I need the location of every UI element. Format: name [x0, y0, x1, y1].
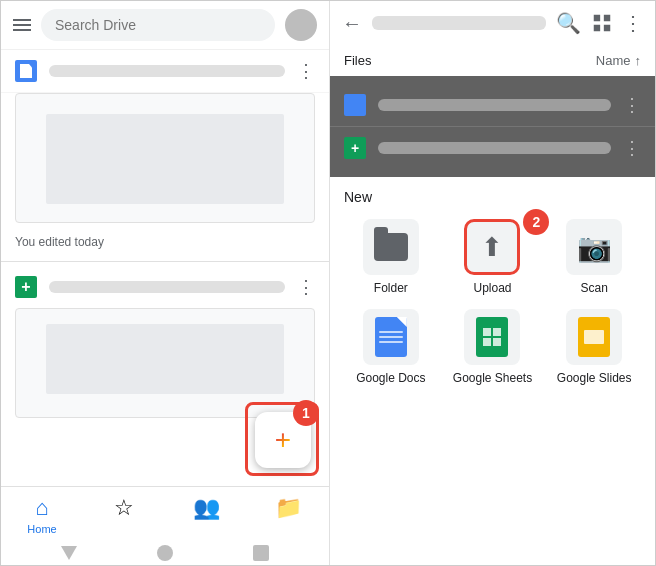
- nav-shared[interactable]: 👥: [165, 495, 247, 535]
- divider: [1, 261, 329, 262]
- google-docs-icon: [375, 317, 407, 357]
- dark-blurred-1: [378, 99, 611, 111]
- action-folder[interactable]: Folder: [344, 219, 438, 295]
- file-item-1[interactable]: ⋮: [1, 50, 329, 93]
- back-arrow[interactable]: ←: [342, 12, 362, 35]
- home-btn[interactable]: [157, 545, 173, 561]
- search-input-container[interactable]: [41, 9, 275, 41]
- upload-arrow-icon: ⬆: [481, 232, 503, 263]
- action-scan[interactable]: 📷 Scan: [547, 219, 641, 295]
- nav-home[interactable]: ⌂ Home: [1, 495, 83, 535]
- gsheets-cell-3: [483, 338, 491, 346]
- name-sort[interactable]: Name ↑: [596, 53, 641, 68]
- step-badge-1: 1: [293, 400, 319, 426]
- dark-file-2[interactable]: + ⋮: [330, 126, 655, 169]
- action-upload[interactable]: ⬆ 2 Upload: [446, 219, 540, 295]
- blurred-filename-2: [49, 281, 285, 293]
- google-sheets-icon-container: [464, 309, 520, 365]
- back-btn[interactable]: [61, 546, 77, 560]
- more-options-header[interactable]: ⋮: [623, 11, 643, 35]
- file-item-2[interactable]: + ⋮: [1, 266, 329, 308]
- gsheets-cell-4: [493, 338, 501, 346]
- step-badge-2: 2: [523, 209, 549, 235]
- bottom-nav: ⌂ Home ☆ 👥 📁: [1, 486, 329, 539]
- thumbnail-card-1[interactable]: [15, 93, 315, 223]
- search-bar: [1, 1, 329, 50]
- hamburger-icon[interactable]: [13, 19, 31, 31]
- folder-icon: [374, 233, 408, 261]
- left-panel: ⋮ You edited today + ⋮ 1 + ⌂ Home ☆: [1, 1, 330, 566]
- nav-home-label: Home: [27, 523, 56, 535]
- gsheets-cell-1: [483, 328, 491, 336]
- fab-plus-icon: +: [275, 424, 291, 456]
- dark-file-1[interactable]: ⋮: [330, 84, 655, 126]
- right-header: ← 🔍 ⋮: [330, 1, 655, 45]
- camera-icon: 📷: [577, 231, 612, 264]
- gdocs-line-3: [379, 341, 403, 343]
- action-google-docs[interactable]: Google Docs: [344, 309, 438, 385]
- blurred-filename-1: [49, 65, 285, 77]
- scan-label: Scan: [580, 281, 607, 295]
- new-label: New: [344, 189, 641, 205]
- dark-doc-icon-1: [344, 94, 366, 116]
- action-google-slides[interactable]: Google Slides: [547, 309, 641, 385]
- dark-doc-icon-2: +: [344, 137, 366, 159]
- more-options-2[interactable]: ⋮: [297, 276, 315, 298]
- gslides-inner: [584, 330, 604, 344]
- files-label: Files: [344, 53, 371, 68]
- gdocs-line-1: [379, 331, 403, 333]
- upload-icon-container: ⬆ 2: [464, 219, 520, 275]
- you-edited-label: You edited today: [1, 227, 329, 257]
- upload-label: Upload: [473, 281, 511, 295]
- files-header: Files Name ↑: [330, 45, 655, 76]
- nav-starred[interactable]: ☆: [83, 495, 165, 535]
- search-input[interactable]: [55, 17, 261, 33]
- dark-more-1[interactable]: ⋮: [623, 94, 641, 116]
- star-icon: ☆: [114, 495, 134, 521]
- gsheets-cell-2: [493, 328, 501, 336]
- recents-btn[interactable]: [253, 545, 269, 561]
- google-sheets-icon: [476, 317, 508, 357]
- gdocs-line-2: [379, 336, 403, 338]
- action-google-sheets[interactable]: Google Sheets: [446, 309, 540, 385]
- google-docs-label: Google Docs: [356, 371, 425, 385]
- google-slides-icon: [578, 317, 610, 357]
- doc-icon-1: [15, 60, 37, 82]
- new-section: New Folder ⬆ 2 Upload: [330, 177, 655, 566]
- right-panel: ← 🔍 ⋮ Files Name ↑ ⋮ + ⋮ New: [330, 1, 655, 566]
- grid-view-icon[interactable]: [591, 12, 613, 34]
- folder-label: Folder: [374, 281, 408, 295]
- thumbnail-inner-1: [46, 114, 284, 204]
- actions-grid: Folder ⬆ 2 Upload 📷 Scan: [344, 219, 641, 385]
- google-docs-icon-container: [363, 309, 419, 365]
- google-slides-label: Google Slides: [557, 371, 632, 385]
- sort-label: Name: [596, 53, 631, 68]
- folder-nav-icon: 📁: [275, 495, 302, 521]
- search-icon-header[interactable]: 🔍: [556, 11, 581, 35]
- folder-icon-container: [363, 219, 419, 275]
- upload-icon: ⬆: [481, 232, 503, 263]
- system-bar: [1, 539, 329, 566]
- add-icon-2: +: [15, 276, 37, 298]
- more-options-1[interactable]: ⋮: [297, 60, 315, 82]
- sort-arrow: ↑: [635, 53, 642, 68]
- nav-files[interactable]: 📁: [247, 495, 329, 535]
- scan-icon-container: 📷: [566, 219, 622, 275]
- dark-files-section: ⋮ + ⋮: [330, 76, 655, 177]
- google-slides-icon-container: [566, 309, 622, 365]
- people-icon: 👥: [193, 495, 220, 521]
- dark-more-2[interactable]: ⋮: [623, 137, 641, 159]
- home-icon: ⌂: [35, 495, 48, 521]
- thumbnail-inner-2: [46, 324, 284, 394]
- dark-blurred-2: [378, 142, 611, 154]
- header-title: [372, 16, 546, 30]
- avatar[interactable]: [285, 9, 317, 41]
- gsheets-grid: [483, 328, 501, 346]
- google-sheets-label: Google Sheets: [453, 371, 532, 385]
